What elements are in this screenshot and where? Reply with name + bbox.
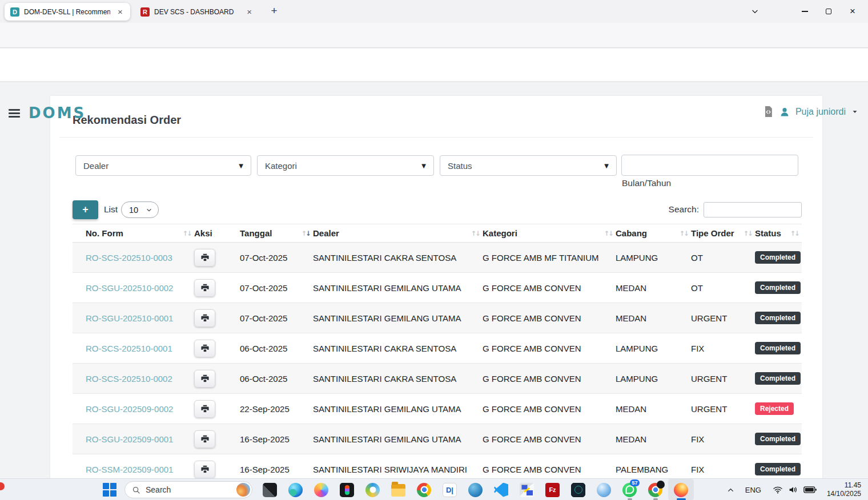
bulan-tahun-input[interactable] [621,155,798,176]
print-button[interactable] [194,279,215,297]
print-button[interactable] [194,430,215,448]
order-form-link[interactable]: RO-SCS-202510-0002 [86,374,172,384]
tab-favicon-doms: D [10,7,19,17]
maximize-button[interactable] [817,0,841,23]
volume-icon[interactable] [788,485,798,495]
list-label: List [104,204,118,215]
file-code-icon[interactable] [763,106,774,118]
dealer-cell: SANTINILESTARI GEMILANG UTAMA [313,424,483,454]
window-controls: × [793,0,865,23]
list-all-tabs-icon[interactable] [747,5,763,18]
sort-icon[interactable]: ↑↓ [302,229,310,237]
add-order-button[interactable]: + [73,200,98,219]
taskbar-app-button[interactable] [565,479,591,500]
column-header[interactable]: Dealer ↑↓ [313,224,483,242]
taskbar-app-button[interactable] [463,479,488,500]
close-window-button[interactable]: × [841,0,865,23]
sort-icon[interactable]: ↑↓ [604,229,613,237]
sort-icon[interactable]: ↑↓ [790,229,799,237]
tab-close-icon[interactable]: × [115,6,126,18]
tab-close-icon[interactable]: × [244,6,255,18]
dealer-cell: SANTINILESTARI GEMILANG UTAMA [313,273,483,303]
column-label: Cabang [616,228,647,238]
caret-down-icon: ▼ [239,163,243,169]
column-header[interactable]: Tipe Order ↑↓ [691,224,755,242]
print-button[interactable] [194,400,215,418]
column-header[interactable]: Cabang ↑↓ [616,224,691,242]
column-header[interactable]: Kategori ↑↓ [483,224,616,242]
search-input[interactable] [704,202,802,217]
taskbar-app-button[interactable] [642,479,668,500]
order-form-link[interactable]: RO-SCS-202510-0003 [86,253,172,263]
user-name[interactable]: Puja juniordi [795,107,846,117]
search-highlight-thumbnail[interactable] [236,483,250,497]
taskbar-app-button[interactable] [257,479,283,500]
sort-icon[interactable]: ↑↓ [183,229,191,237]
page-size-select[interactable]: 10 [121,201,159,218]
cabang-cell: MEDAN [616,424,691,454]
taskbar-app-button[interactable] [334,479,360,500]
column-label: Tanggal [240,228,272,238]
winscp-icon [520,483,534,497]
taskbar-app-button[interactable] [514,479,540,500]
kategori-cell: G FORCE AMB CONVEN [483,303,616,333]
dbeaver-icon [443,483,457,497]
taskbar-app-button[interactable] [360,479,385,500]
order-form-link[interactable]: RO-SSM-202509-0001 [86,465,173,474]
taskbar-app-button[interactable] [411,479,437,500]
taskbar-app-button[interactable] [591,479,617,500]
order-form-link[interactable]: RO-SGU-202509-0002 [86,404,173,414]
tab-favicon-scs: R [140,7,150,17]
search-icon [132,486,140,494]
print-button[interactable] [194,309,215,327]
app-logo[interactable]: DOMS [29,104,86,122]
dealer-cell: SANTINILESTARI GEMILANG UTAMA [313,394,483,424]
clock[interactable]: 11.45 14/10/2025 [827,481,861,498]
app-header: DOMS Puja juniordi [0,49,868,81]
browser-tab-active[interactable]: D DOM-DEV-SLL | Recommend O × [5,3,130,21]
sort-icon[interactable]: ↑↓ [744,229,752,237]
browser-tab-inactive[interactable]: R DEV SCS - DASHBOARD × [135,3,259,21]
kategori-cell: G FORCE AMB CONVEN [483,364,616,393]
column-header[interactable]: Tanggal ↑↓ [240,224,313,242]
dealer-filter-select[interactable]: Dealer ▼ [75,155,251,176]
language-indicator[interactable]: ENG [745,486,761,494]
order-form-link[interactable]: RO-SCS-202510-0001 [86,344,172,353]
order-form-link[interactable]: RO-SGU-202509-0001 [86,434,173,444]
print-button[interactable] [194,340,215,357]
taskbar-search-box[interactable]: Search [124,481,252,498]
print-button[interactable] [194,249,215,267]
table-row: RO-SGU-202510-0001 07-Oct-2025 SANTINILE… [73,303,802,333]
column-header[interactable]: No. Form ↑↓ [73,224,194,242]
order-form-link[interactable]: RO-SGU-202510-0001 [86,313,173,323]
taskbar-app-button[interactable] [668,479,694,500]
print-button[interactable] [194,370,215,388]
taskbar-app-button[interactable] [283,479,308,500]
new-tab-button[interactable]: + [267,5,281,18]
taskbar-app-button[interactable] [488,479,514,500]
sort-icon[interactable]: ↑↓ [680,229,688,237]
tray-chevron-up-icon[interactable] [726,486,735,494]
printer-icon [200,252,210,263]
sort-icon[interactable]: ↑↓ [471,229,480,237]
table-row: RO-SCS-202510-0001 06-Oct-2025 SANTINILE… [73,333,802,364]
wifi-icon[interactable] [773,485,783,495]
taskbar-app-button[interactable] [385,479,411,500]
cabang-cell: MEDAN [616,303,691,333]
kategori-filter-select[interactable]: Kategori ▼ [257,155,434,176]
chrome-icon [417,483,431,497]
taskbar-app-button[interactable]: 57 [617,479,642,500]
chevron-down-icon[interactable] [851,108,859,115]
print-button[interactable] [194,461,215,478]
sidebar-toggle-icon[interactable] [9,109,20,118]
taskbar-app-button[interactable] [540,479,565,500]
minimize-button[interactable] [793,0,817,23]
taskbar-app-button[interactable] [308,479,334,500]
column-header[interactable]: Aksi [194,224,240,242]
battery-icon[interactable] [803,485,817,495]
status-filter-select[interactable]: Status ▼ [440,155,617,176]
order-form-link[interactable]: RO-SGU-202510-0002 [86,283,173,293]
column-header[interactable]: Status ↑↓ [755,224,802,242]
taskbar-app-button[interactable] [437,479,463,500]
windows-start-icon[interactable] [103,483,116,497]
